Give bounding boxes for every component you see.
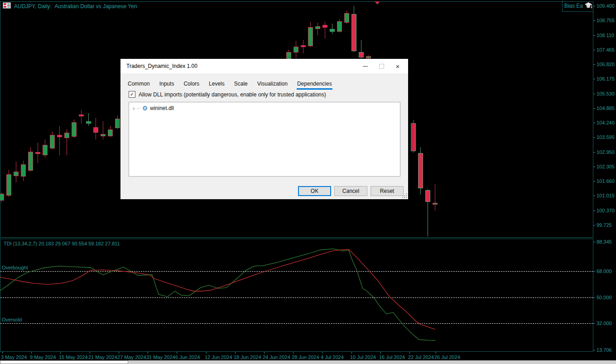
- tab-inputs[interactable]: Inputs: [159, 79, 175, 90]
- candle-body: [337, 21, 342, 32]
- price-axis-label: 106.175: [597, 76, 615, 81]
- ea-name: Bias Ea: [564, 3, 583, 9]
- close-icon: ×: [396, 63, 400, 70]
- date-axis-label: 4 Jul 2024: [321, 354, 344, 360]
- maximize-icon: [379, 64, 384, 69]
- tdi-lines: [0, 239, 593, 352]
- checkbox-checked-icon[interactable]: ✓: [129, 91, 135, 98]
- candle-body: [411, 123, 416, 151]
- candle-body: [79, 115, 84, 116]
- candle-body: [108, 129, 113, 136]
- price-tick: [593, 196, 595, 196]
- price-tick: [593, 50, 595, 50]
- ok-button[interactable]: OK: [298, 186, 331, 196]
- candle-wick: [325, 22, 325, 38]
- cancel-button[interactable]: Cancel: [334, 186, 367, 196]
- candle-wick: [81, 110, 82, 124]
- price-axis-label: 99.725: [597, 222, 612, 228]
- window-controls: ×: [357, 59, 406, 73]
- date-tick: [293, 352, 294, 354]
- date-axis-label: 16 Jul 2024: [379, 354, 405, 360]
- date-axis-label: 28 Jun 2024: [292, 354, 319, 360]
- date-tick: [90, 352, 90, 354]
- candle-body: [115, 119, 120, 128]
- date-tick: [351, 352, 352, 354]
- candle-body: [418, 153, 423, 188]
- date-axis-label: 15 May 2024: [59, 354, 88, 360]
- scrollbar-thumb[interactable]: [0, 360, 128, 364]
- date-tick: [409, 352, 410, 354]
- date-tick: [206, 352, 207, 354]
- ea-box[interactable]: Bias Ea: [562, 0, 593, 12]
- allow-dll-checkbox-row[interactable]: ✓ Allow DLL imports (potentially dangero…: [129, 91, 326, 98]
- chart-header: AUDJPY, Daily: Australian Dollar vs Japa…: [3, 2, 137, 10]
- indicator-tick: [593, 323, 595, 324]
- date-axis-label: 26 Jul 2024: [434, 354, 460, 360]
- indicator-tick: [593, 271, 595, 272]
- date-axis-label: 27 May 2024: [117, 354, 146, 360]
- dialog-titlebar[interactable]: Traders_Dynamic_Index 1.00 ×: [120, 59, 408, 73]
- price-axis-label: 103.595: [597, 134, 615, 140]
- candle-body: [322, 25, 327, 28]
- price-axis-label: 102.950: [597, 149, 615, 155]
- minimize-icon: [363, 66, 368, 67]
- candle-body: [301, 45, 306, 47]
- dll-name: wininet.dll: [150, 105, 174, 111]
- horizontal-scrollbar[interactable]: [0, 360, 616, 364]
- price-axis-label: 105.530: [597, 91, 615, 96]
- tab-scale[interactable]: Scale: [234, 79, 248, 90]
- price-axis-label: 101.660: [597, 178, 615, 184]
- indicator-tick: [593, 242, 595, 242]
- expand-chevron-icon[interactable]: ›: [133, 105, 135, 111]
- date-axis-label: 9 May 2024: [30, 354, 56, 360]
- price-axis[interactable]: 109.400108.755108.110107.465106.820106.1…: [593, 0, 616, 352]
- tab-common[interactable]: Common: [127, 79, 150, 90]
- symbol-description: Australian Dollar vs Japanese Yen: [54, 3, 137, 10]
- candle-body: [72, 122, 77, 137]
- candle-body: [28, 152, 33, 171]
- dll-tree-item[interactable]: › ⚙ wininet.dll: [129, 102, 400, 114]
- candle-wick: [435, 184, 435, 211]
- price-axis-label: 102.305: [597, 164, 615, 169]
- price-axis-label: 101.015: [597, 193, 615, 198]
- price-axis-label: 109.400: [597, 3, 615, 9]
- indicator-tick: [593, 297, 595, 298]
- price-tick: [593, 152, 595, 153]
- candle-body: [14, 172, 19, 176]
- date-tick: [177, 352, 177, 354]
- symbol-icon: [3, 2, 11, 10]
- date-axis-label: 10 Jul 2024: [350, 354, 376, 360]
- sell-arrow-icon: [375, 1, 380, 5]
- maximize-button[interactable]: [373, 59, 390, 73]
- allow-dll-label: Allow DLL imports (potentially dangerous…: [139, 91, 326, 98]
- date-axis-label: 12 Jun 2024: [205, 354, 232, 360]
- candle-body: [50, 135, 55, 148]
- date-tick: [235, 352, 236, 354]
- candle-body: [86, 121, 91, 124]
- indicator-axis-label: 32.000: [597, 321, 612, 326]
- price-tick: [593, 211, 595, 211]
- candle-body: [93, 127, 98, 133]
- reset-button[interactable]: Reset: [371, 186, 404, 196]
- tab-levels[interactable]: Levels: [208, 79, 225, 90]
- candle-body: [330, 29, 335, 32]
- tab-visualization[interactable]: Visualization: [257, 79, 288, 90]
- dialog-buttons: OK Cancel Reset: [298, 186, 404, 196]
- candle-body: [315, 26, 320, 29]
- price-tick: [593, 79, 595, 79]
- minimize-button[interactable]: [357, 59, 373, 73]
- candle-body: [425, 190, 430, 202]
- price-tick: [593, 35, 595, 36]
- dll-list[interactable]: › ⚙ wininet.dll: [129, 102, 400, 177]
- price-axis-label: 100.370: [597, 208, 615, 213]
- price-tick: [593, 20, 595, 21]
- price-tick: [593, 94, 595, 94]
- resize-grip[interactable]: [406, 197, 407, 198]
- tab-colors[interactable]: Colors: [183, 79, 200, 90]
- close-button[interactable]: ×: [390, 59, 406, 73]
- candle-body: [308, 27, 313, 46]
- indicator-properties-dialog: Traders_Dynamic_Index 1.00 × CommonInput…: [120, 59, 408, 199]
- candle-body: [0, 194, 4, 201]
- tab-dependencies[interactable]: Dependencies: [297, 79, 332, 90]
- date-axis[interactable]: 3 May 20249 May 202415 May 202421 May 20…: [0, 352, 616, 360]
